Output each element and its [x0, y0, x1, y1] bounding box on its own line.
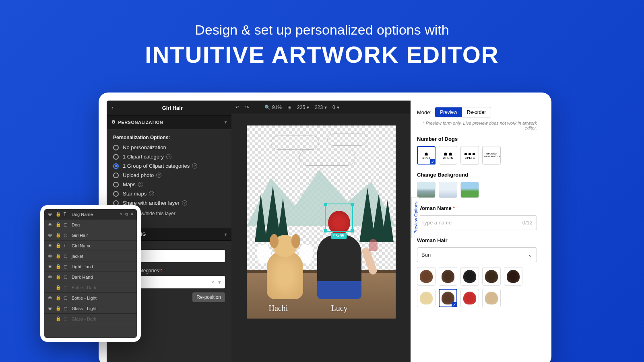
preview-options-tab[interactable]: Preview Options: [411, 197, 420, 238]
panel-title: Girl Hair: [118, 105, 227, 111]
dog-option-0[interactable]: 1 PET: [417, 146, 436, 165]
personalization-option-2[interactable]: 1 Group of Clipart categories?: [113, 163, 225, 169]
dogs-label: Number of Dogs: [417, 136, 537, 142]
help-icon[interactable]: ?: [156, 173, 161, 178]
artboard[interactable]: 95x95 Hachi Lucy: [247, 125, 396, 319]
hero-subtitle: Design & set up personalized options wit…: [0, 22, 644, 38]
lock-icon[interactable]: 🔒: [56, 264, 60, 269]
lock-icon[interactable]: 🔒: [56, 274, 60, 280]
layer-type-icon: T: [64, 243, 68, 248]
x-coord[interactable]: 225 ▾: [297, 105, 309, 110]
layer-row-7[interactable]: 🔒▢Bottle - Dark: [44, 282, 137, 293]
layer-row-3[interactable]: 👁🔒TGirl Name: [44, 241, 137, 251]
hair-option-8[interactable]: [482, 289, 501, 307]
hero-title: INTUITIVE ARTWORK EDITOR: [0, 41, 644, 68]
help-icon[interactable]: ?: [182, 200, 187, 206]
layer-row-8[interactable]: 👁🔒▢Bottle - Light: [44, 293, 137, 303]
mode-preview-button[interactable]: Preview: [435, 107, 462, 117]
reposition-button[interactable]: Re-position: [192, 292, 225, 302]
layer-type-icon: ▢: [64, 296, 68, 300]
personalization-header[interactable]: PERSONALIZATION ▾: [107, 115, 231, 129]
chevron-down-icon: ⌄: [528, 252, 533, 258]
close-icon[interactable]: ✕: [130, 212, 134, 217]
lock-icon[interactable]: 🔒: [56, 212, 60, 217]
layer-row-4[interactable]: 👁🔒▢jacket: [44, 251, 137, 261]
personalization-option-1[interactable]: 1 Clipart category?: [113, 154, 225, 160]
hair-option-0[interactable]: [417, 267, 436, 286]
layer-type-icon: ▢: [64, 306, 68, 311]
eye-icon[interactable]: 👁: [47, 306, 52, 311]
layer-row-5[interactable]: 👁🔒▢Light Hand: [44, 261, 137, 272]
help-icon[interactable]: ?: [149, 191, 154, 196]
mode-reorder-button[interactable]: Re-order: [462, 107, 491, 117]
personalization-option-5[interactable]: Star maps?: [113, 191, 225, 197]
help-icon[interactable]: ?: [138, 182, 143, 187]
rotation[interactable]: 0 ▾: [332, 105, 339, 110]
radio-icon: [113, 163, 119, 169]
woman-name-label: Woman Name *: [417, 205, 537, 211]
zoom-display[interactable]: 🔍 91%: [264, 105, 282, 110]
layer-row-9[interactable]: 👁🔒▢Glass - Light: [44, 303, 137, 314]
lock-icon[interactable]: 🔒: [56, 285, 60, 290]
layers-window: 👁🔒TDog Name✎⧉✕👁🔒▢Dog👁🔒▢Girl Hair👁🔒TGirl …: [40, 205, 141, 342]
eye-icon[interactable]: 👁: [47, 233, 52, 238]
lock-icon[interactable]: 🔒: [56, 295, 60, 300]
copy-icon[interactable]: ⧉: [125, 212, 128, 217]
canvas-area[interactable]: 95x95 Hachi Lucy: [231, 114, 411, 362]
help-icon[interactable]: ?: [166, 154, 171, 159]
grid-toggle[interactable]: ⊞: [287, 105, 291, 110]
layer-row-10[interactable]: 🔒▢Glass - Dark: [44, 314, 137, 324]
layer-type-icon: ▢: [64, 222, 68, 227]
hair-option-5[interactable]: [417, 289, 436, 307]
layer-row-0[interactable]: 👁🔒TDog Name✎⧉✕: [44, 209, 137, 220]
dog-option-1[interactable]: 2 PETS: [439, 146, 457, 165]
selection-size: 95x95: [331, 233, 347, 239]
redo-button[interactable]: ↷: [245, 105, 249, 110]
hair-option-1[interactable]: [439, 267, 457, 286]
layer-row-1[interactable]: 👁🔒▢Dog: [44, 220, 137, 230]
layer-row-6[interactable]: 👁🔒▢Dark Hand: [44, 272, 137, 282]
preview-note: * Preview form only. Live preview does n…: [417, 121, 537, 130]
eye-icon[interactable]: 👁: [47, 212, 52, 217]
bg-option-1[interactable]: [417, 182, 436, 198]
hair-option-7[interactable]: [460, 289, 479, 307]
lock-icon[interactable]: 🔒: [56, 316, 60, 321]
personalization-option-3[interactable]: Upload photo?: [113, 172, 225, 178]
lock-icon[interactable]: 🔒: [56, 253, 60, 259]
lock-icon[interactable]: 🔒: [56, 232, 60, 238]
lock-icon[interactable]: 🔒: [56, 306, 60, 311]
eye-icon[interactable]: 👁: [47, 264, 52, 269]
dog-option-3[interactable]: UPLOAD YOUR PHOTO: [482, 146, 501, 165]
hair-option-6[interactable]: [439, 289, 457, 307]
layer-type-icon: T: [64, 212, 68, 216]
right-panel: Mode: Preview Re-order * Preview form on…: [411, 101, 543, 362]
eye-icon[interactable]: 👁: [47, 275, 52, 280]
bg-option-3[interactable]: [460, 182, 479, 198]
personalization-option-4[interactable]: Maps?: [113, 181, 225, 187]
gear-icon: [111, 119, 118, 125]
eye-icon[interactable]: 👁: [47, 243, 52, 248]
hair-option-2[interactable]: [460, 267, 479, 286]
lock-icon[interactable]: 🔒: [56, 222, 60, 227]
bg-option-2[interactable]: [439, 182, 457, 198]
dog-option-2[interactable]: 3 PETS: [460, 146, 479, 165]
personalization-option-0[interactable]: No personalization: [113, 144, 225, 150]
lock-icon[interactable]: 🔒: [56, 243, 60, 248]
personalization-options-label: Personalization Options:: [113, 135, 225, 140]
eye-icon[interactable]: 👁: [47, 296, 52, 300]
edit-icon[interactable]: ✎: [120, 212, 123, 217]
y-coord[interactable]: 223 ▾: [315, 105, 327, 110]
help-icon[interactable]: ?: [192, 163, 197, 169]
layer-row-2[interactable]: 👁🔒▢Girl Hair: [44, 230, 137, 241]
hair-option-4[interactable]: [504, 267, 522, 286]
back-button[interactable]: ‹: [111, 105, 114, 111]
eye-icon[interactable]: 👁: [47, 222, 52, 227]
woman-hair-select[interactable]: Bun ⌄: [417, 247, 537, 262]
undo-button[interactable]: ↶: [235, 105, 239, 110]
woman-hair-label: Woman Hair: [417, 237, 537, 243]
eye-icon[interactable]: 👁: [47, 254, 52, 259]
woman-name-input[interactable]: Type a name 0/12: [417, 215, 537, 230]
editor-window: ‹ Girl Hair PERSONALIZATION ▾ Personaliz…: [99, 93, 551, 362]
selection-box[interactable]: 95x95: [325, 204, 353, 232]
hair-option-3[interactable]: [482, 267, 501, 286]
